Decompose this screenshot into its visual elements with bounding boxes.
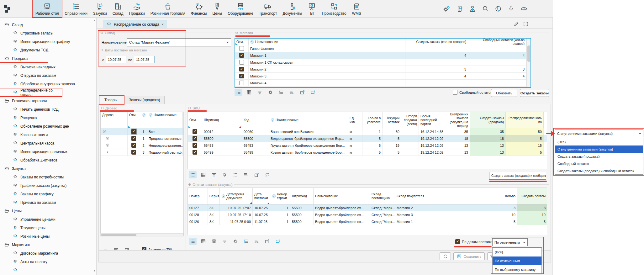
checkbox-icon[interactable]: ✓: [131, 150, 136, 155]
column-header[interactable]: Резерв продажа (всего): [401, 112, 419, 128]
toolbar-item-цены[interactable]: Цены: [209, 0, 225, 17]
tbgrid-button[interactable]: [245, 89, 253, 96]
toolbar-item-производство[interactable]: Производство: [319, 0, 349, 17]
table-row[interactable]: Гипер-Фьюжен: [235, 45, 531, 52]
free-rest-checkbox[interactable]: Свободный остаток: [453, 90, 492, 95]
column-header[interactable]: Создать заказы: [517, 188, 547, 204]
table-row[interactable]: Магазин 1 СП склад сырья: [235, 59, 531, 66]
tbnum-button[interactable]: [231, 171, 239, 178]
close-tab-icon[interactable]: ×: [161, 22, 164, 27]
sidebar-item-акты-на-оплату[interactable]: Акты на оплату: [0, 257, 96, 266]
checkbox-icon[interactable]: ✓: [193, 143, 197, 148]
column-header[interactable]: Кол-во: [496, 188, 517, 204]
gears-icon[interactable]: [443, 5, 451, 13]
sidebar-item-документы-тсд[interactable]: Документы ТСД: [0, 46, 96, 54]
table-row[interactable]: ✓5549955499Крыло цыплят-бройлеров охлажд…: [188, 149, 547, 156]
sidebar-item-приемка-по-заказам[interactable]: Приемка по заказам: [0, 198, 96, 207]
by-delivery-dates-checkbox[interactable]: ✓ По датам поставки: [455, 239, 494, 244]
tbexport-button[interactable]: [253, 171, 261, 178]
column-header[interactable]: Код: [242, 112, 269, 128]
tbfilter-button[interactable]: [221, 238, 229, 245]
dropdown-option[interactable]: (Все): [555, 138, 643, 145]
checkbox-icon[interactable]: ✓: [193, 129, 197, 134]
refresh-orders-button[interactable]: Обновить: [491, 89, 517, 97]
checkbox-icon[interactable]: ✓: [239, 53, 244, 58]
column-header[interactable]: Распределяемое кол-во: [506, 112, 544, 128]
checkbox-icon[interactable]: ✓: [239, 67, 244, 71]
collapse-icon[interactable]: ⊖: [188, 106, 191, 110]
sidebar-group-цены[interactable]: Цены: [0, 207, 96, 215]
tbadd-button[interactable]: [242, 171, 250, 178]
checkbox-icon[interactable]: ✓: [131, 143, 136, 148]
table-row[interactable]: ✓6545365453Грудка цыплят-бройлеров охлаж…: [188, 142, 547, 149]
column-header[interactable]: Наименование: [314, 188, 370, 204]
checkbox-icon[interactable]: [239, 60, 244, 65]
tbgear-button[interactable]: [267, 89, 274, 96]
toolbar-item-рабочий-стол[interactable]: Рабочий стол: [33, 0, 62, 17]
table-row[interactable]: ✓Магазин 344: [235, 73, 531, 80]
sidebar-item-договоры-маркетинга[interactable]: Договоры маркетинга: [0, 249, 96, 257]
sidebar-item-обработка-z-отчетов[interactable]: Обработка Z-отчетов: [0, 156, 96, 164]
save-button[interactable]: Сохранить: [453, 252, 485, 260]
dropdown-option[interactable]: По выбранному магазину: [493, 265, 541, 274]
column-header[interactable]: Отм.: [235, 39, 249, 45]
sidebar-item-заказы-по-потребностям[interactable]: Заказы по потребностям: [0, 173, 96, 181]
phonemsg-icon[interactable]: [456, 5, 463, 13]
sidebar-item-страховые-запасы[interactable]: Страховые запасы: [0, 29, 96, 37]
collapse-icon[interactable]: ⊖: [235, 31, 238, 35]
table-row[interactable]: 00128ЗК10.07.25 17:1010.07.25155500Бедро…: [188, 211, 547, 218]
tbadd-button[interactable]: [253, 238, 261, 245]
checkbox-icon[interactable]: ✓: [193, 136, 197, 141]
userlock-icon[interactable]: [469, 5, 476, 13]
column-header[interactable]: Дата поставки: [253, 188, 270, 204]
dropdown-option[interactable]: С внутренними заказами (закупка): [555, 145, 643, 153]
sidebar-item-инвентаризация-наличных[interactable]: Инвентаризация наличных: [0, 147, 96, 156]
tbgear-button[interactable]: [221, 171, 229, 178]
table-row[interactable]: ✓5550055500Бедро цыплят-бройлеров охлажд…: [188, 135, 547, 142]
sort-filter-icon[interactable]: [149, 113, 153, 117]
sort-filter-icon[interactable]: [250, 40, 254, 44]
sidebar-group-маркетинг[interactable]: Маркетинг: [0, 241, 96, 249]
tree-node-minus-icon[interactable]: [102, 129, 107, 134]
tbfilter-button[interactable]: [210, 171, 218, 178]
column-header[interactable]: Дерево: [101, 112, 128, 128]
checkbox-icon[interactable]: ✓: [131, 129, 136, 134]
table-row[interactable]: ✓1Все: [101, 128, 183, 135]
sidebar-item-текущие-цены[interactable]: Текущие цены: [0, 224, 96, 232]
fullscreen-icon[interactable]: [523, 21, 528, 27]
magazin-table-scrollbar[interactable]: [526, 39, 531, 87]
tree-expand[interactable]: [102, 129, 107, 134]
sidebar-scroll-up-icon[interactable]: ▲: [93, 19, 96, 22]
dropdown-option[interactable]: Создать заказы (продажа): [555, 153, 643, 160]
toolbar-item-wms[interactable]: WMS: [349, 0, 364, 17]
column-header[interactable]: Время последней партии: [419, 112, 443, 128]
tree-expand[interactable]: [102, 150, 110, 155]
sidebar-item-распределение-со-склада[interactable]: Распределение со склада: [0, 88, 62, 97]
sidebar-item-выписка-накладных[interactable]: Выписка накладных: [0, 63, 96, 71]
tbgrid-button[interactable]: [199, 238, 207, 245]
dropdown-option[interactable]: Создать заказы (продажа) и свободный ост…: [555, 167, 643, 174]
column-header[interactable]: Внутренних заказов (закупка) на период: [443, 112, 470, 128]
tbfilter-button[interactable]: [256, 89, 264, 96]
column-header[interactable]: Номер: [188, 188, 208, 204]
sidebar-item-отгрузка-по-заказам[interactable]: Отгрузка по заказам: [0, 71, 96, 80]
sort-filter-icon[interactable]: [271, 118, 275, 122]
edit-pencil-icon[interactable]: [514, 21, 519, 27]
sidebar-item-центральная-касса[interactable]: Центральная касса: [0, 139, 96, 147]
toolbar-item-оборудование[interactable]: Оборудование: [225, 0, 256, 17]
tbnum-button[interactable]: [277, 89, 285, 96]
tree-node-dot-icon[interactable]: [105, 150, 110, 154]
column-header[interactable]: Свободный остаток (кол-во товаров): [468, 39, 526, 45]
column-header[interactable]: Штрихкод: [290, 188, 314, 204]
create-orders-button[interactable]: Создать заказы: [520, 89, 549, 97]
tbgear-button[interactable]: [231, 238, 239, 245]
table-row[interactable]: ✓Магазин 233: [235, 66, 531, 73]
scrollbar-thumb[interactable]: [527, 45, 530, 62]
tree-node-plus-icon[interactable]: [105, 143, 110, 147]
date-to-input[interactable]: 11.07.25: [134, 56, 155, 63]
sidebar-group-розничная-торговля[interactable]: Розничная торговля: [0, 97, 96, 105]
sidebar-item-обработка-внутренних-заказов[interactable]: Обработка внутренних заказов: [0, 80, 96, 88]
toolbar-item-финансы[interactable]: Финансы: [188, 0, 209, 17]
sort-filter-icon[interactable]: [142, 113, 146, 117]
tree-expand[interactable]: [102, 143, 110, 148]
